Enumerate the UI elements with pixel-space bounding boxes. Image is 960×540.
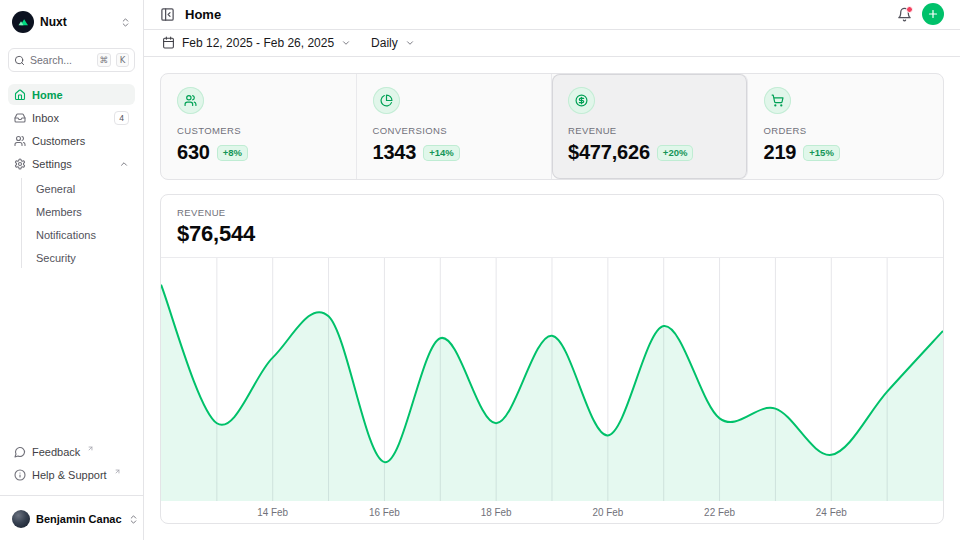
chart-header: REVENUE $76,544 — [161, 195, 943, 258]
sidebar-item-general[interactable]: General — [32, 178, 135, 199]
sidebar-item-members[interactable]: Members — [32, 201, 135, 222]
granularity-select[interactable]: Daily — [363, 30, 423, 56]
user-name: Benjamin Canac — [36, 513, 122, 525]
sidebar-footer: Feedback Help & Support Benjamin Canac — [8, 441, 135, 532]
calendar-icon — [162, 36, 175, 49]
feedback-link[interactable]: Feedback — [8, 441, 135, 462]
filters-toolbar: Feb 12, 2025 - Feb 26, 2025 Daily — [144, 30, 960, 57]
avatar — [12, 510, 30, 528]
sidebar-item-home[interactable]: Home — [8, 84, 135, 105]
stat-card-orders[interactable]: ORDERS 219 +15% — [748, 74, 944, 179]
chevrons-up-down-icon — [128, 514, 139, 525]
page-title: Home — [185, 7, 221, 22]
add-button[interactable] — [922, 3, 944, 25]
sidebar-divider — [0, 495, 143, 496]
settings-submenu: General Members Notifications Security — [21, 178, 135, 268]
date-range-value: Feb 12, 2025 - Feb 26, 2025 — [182, 36, 334, 50]
shopping-cart-icon — [764, 87, 791, 114]
stat-card-customers[interactable]: CUSTOMERS 630 +8% — [161, 74, 357, 179]
stat-value: $477,626 — [568, 141, 650, 164]
workspace-name: Nuxt — [40, 15, 114, 29]
chevron-down-icon — [405, 38, 415, 48]
chart-metric-value: $76,544 — [177, 221, 927, 247]
main-panel: Home Feb 12, 2025 - Feb 26, 2025 — [144, 0, 960, 540]
date-range-picker[interactable]: Feb 12, 2025 - Feb 26, 2025 — [154, 30, 359, 56]
inbox-count-badge: 4 — [114, 111, 129, 125]
notification-dot — [906, 6, 913, 13]
stat-value: 219 — [764, 141, 797, 164]
info-circle-icon — [14, 469, 26, 481]
x-axis-tick-label: 22 Feb — [704, 507, 735, 518]
gear-icon — [14, 158, 26, 170]
app-root: Nuxt Search... ⌘ K Home — [0, 0, 960, 540]
stat-label: REVENUE — [568, 125, 731, 136]
sidebar-item-label: Inbox — [32, 112, 108, 124]
granularity-value: Daily — [371, 36, 398, 50]
sidebar-item-label: Home — [32, 89, 129, 101]
stat-delta-badge: +20% — [657, 145, 694, 161]
dollar-circle-icon — [568, 87, 595, 114]
topbar: Home — [144, 0, 960, 30]
kbd-k: K — [116, 53, 129, 67]
chevrons-up-down-icon — [120, 17, 131, 28]
content: CUSTOMERS 630 +8% CONVERSIONS 1343 +14% — [144, 57, 960, 540]
feedback-label: Feedback — [32, 446, 80, 458]
stat-delta-badge: +14% — [423, 145, 460, 161]
sidebar: Nuxt Search... ⌘ K Home — [0, 0, 144, 540]
revenue-area-chart[interactable]: 14 Feb16 Feb18 Feb20 Feb22 Feb24 Feb — [161, 258, 943, 523]
sidebar-nav: Home Inbox 4 Customers Settings — [8, 84, 135, 270]
x-axis-tick-label: 18 Feb — [481, 507, 512, 518]
pie-chart-icon — [373, 87, 400, 114]
chart-metric-label: REVENUE — [177, 207, 927, 218]
sidebar-item-customers[interactable]: Customers — [8, 130, 135, 151]
users-icon — [177, 87, 204, 114]
stat-value: 1343 — [373, 141, 417, 164]
chevron-down-icon — [341, 38, 351, 48]
stat-card-revenue[interactable]: REVENUE $477,626 +20% — [552, 74, 748, 179]
stat-card-conversions[interactable]: CONVERSIONS 1343 +14% — [357, 74, 553, 179]
help-support-link[interactable]: Help & Support — [8, 464, 135, 485]
message-bubble-icon — [14, 446, 26, 458]
notifications-bell-icon[interactable] — [897, 7, 912, 22]
external-link-icon — [114, 468, 121, 475]
stat-label: CONVERSIONS — [373, 125, 536, 136]
inbox-icon — [14, 112, 26, 124]
search-input[interactable]: Search... ⌘ K — [8, 48, 135, 72]
stat-value: 630 — [177, 141, 210, 164]
sidebar-item-security[interactable]: Security — [32, 247, 135, 268]
chevron-up-icon — [119, 159, 129, 169]
stats-row: CUSTOMERS 630 +8% CONVERSIONS 1343 +14% — [160, 73, 944, 180]
x-axis-tick-label: 20 Feb — [592, 507, 623, 518]
stat-label: ORDERS — [764, 125, 928, 136]
sidebar-item-inbox[interactable]: Inbox 4 — [8, 107, 135, 128]
sidebar-collapse-icon[interactable] — [160, 7, 175, 22]
stat-label: CUSTOMERS — [177, 125, 340, 136]
help-support-label: Help & Support — [32, 469, 107, 481]
user-menu[interactable]: Benjamin Canac — [8, 506, 135, 532]
stat-delta-badge: +8% — [217, 145, 248, 161]
x-axis-tick-label: 16 Feb — [369, 507, 400, 518]
users-icon — [14, 135, 26, 147]
x-axis-tick-label: 24 Feb — [816, 507, 847, 518]
sidebar-item-settings[interactable]: Settings — [8, 153, 135, 174]
home-icon — [14, 89, 26, 101]
external-link-icon — [87, 445, 94, 452]
sidebar-item-label: Settings — [32, 158, 113, 170]
search-icon — [14, 55, 25, 66]
x-axis-tick-label: 14 Feb — [257, 507, 288, 518]
kbd-cmd: ⌘ — [97, 53, 112, 67]
stat-delta-badge: +15% — [803, 145, 840, 161]
search-placeholder: Search... — [30, 54, 92, 66]
revenue-chart-card: REVENUE $76,544 14 Feb16 Feb18 Feb20 Feb… — [160, 194, 944, 524]
workspace-switcher[interactable]: Nuxt — [8, 10, 135, 34]
nuxt-logo-icon — [12, 11, 34, 33]
sidebar-item-label: Customers — [32, 135, 129, 147]
sidebar-item-notifications[interactable]: Notifications — [32, 224, 135, 245]
